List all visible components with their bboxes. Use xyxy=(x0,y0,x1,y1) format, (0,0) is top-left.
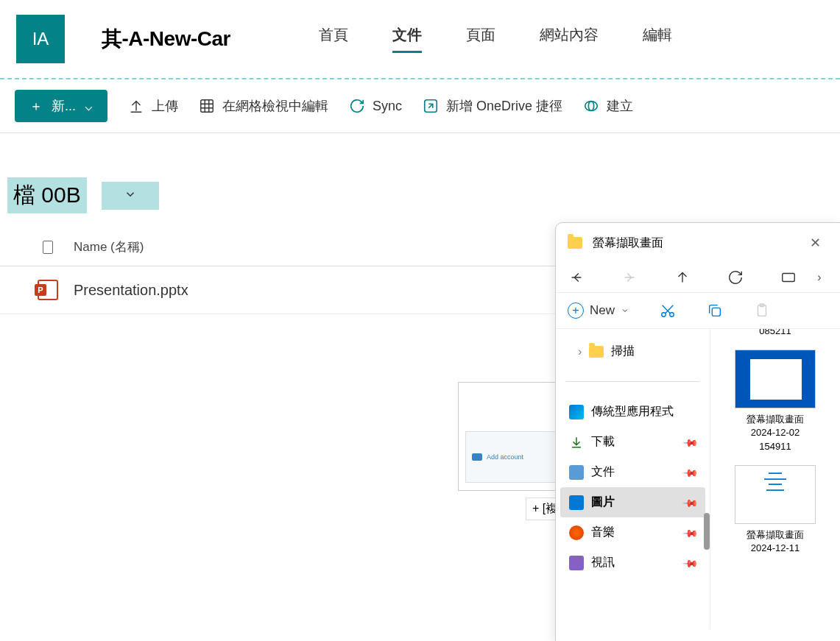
sidebar-item-documents[interactable]: 文件 📌 xyxy=(560,457,705,487)
sidebar-item-downloads[interactable]: 下載 📌 xyxy=(560,427,705,457)
videos-icon xyxy=(569,556,584,570)
thumbnail-label-2: 2024-12-11 xyxy=(718,542,833,555)
music-icon xyxy=(569,525,584,540)
sidebar-item-videos[interactable]: 視訊 📌 xyxy=(560,548,705,578)
nav-tab-documents[interactable]: 文件 xyxy=(392,25,422,53)
cut-button[interactable] xyxy=(659,302,677,319)
svg-rect-4 xyxy=(783,274,795,282)
drag-thumbnail: Add account xyxy=(465,431,561,483)
plus-icon: ＋ xyxy=(29,97,43,115)
forward-button[interactable] xyxy=(621,269,638,286)
chevron-down-icon: ⌵ xyxy=(85,98,93,114)
address-bar-icon[interactable] xyxy=(780,269,797,286)
chevron-down-icon xyxy=(621,306,629,315)
sidebar-item-apps[interactable]: 傳統型應用程式 xyxy=(560,397,705,427)
close-button[interactable]: ✕ xyxy=(802,232,828,254)
onedrive-shortcut-button[interactable]: 新增 OneDrive 捷徑 xyxy=(423,97,562,115)
thumbnail-item[interactable]: 085211 xyxy=(718,329,833,338)
site-title[interactable]: 其-A-New-Car xyxy=(102,25,230,53)
plus-circle-icon: + xyxy=(568,302,584,319)
sidebar-item-scan[interactable]: › 掃描 xyxy=(560,336,705,366)
copilot-icon xyxy=(583,98,599,114)
drag-inner-text: Add account xyxy=(487,453,523,461)
apps-icon xyxy=(569,405,584,419)
sidebar-label: 文件 xyxy=(591,464,615,480)
onedrive-label: 新增 OneDrive 捷徑 xyxy=(446,97,562,115)
pin-icon: 📌 xyxy=(682,464,699,481)
upload-button[interactable]: 上傳 xyxy=(128,97,178,115)
sync-label: Sync xyxy=(373,99,402,114)
sidebar-label: 圖片 xyxy=(591,495,615,510)
nav-tab-site-contents[interactable]: 網站內容 xyxy=(540,25,599,53)
pin-icon: 📌 xyxy=(682,554,699,571)
drag-ghost: Add account xyxy=(458,382,568,491)
nav-tabs: 首頁 文件 頁面 網站內容 編輯 xyxy=(319,25,672,53)
grid-icon xyxy=(199,98,215,114)
explorer-body: › 掃描 傳統型應用程式 下載 📌 文件 📌 xyxy=(556,329,840,629)
create-label: 建立 xyxy=(607,97,633,115)
shortcut-icon xyxy=(423,98,439,114)
library-dropdown[interactable] xyxy=(102,182,159,210)
folder-icon xyxy=(568,237,582,249)
command-bar: ＋ 新... ⌵ 上傳 在網格檢視中編輯 Sync 新增 OneDrive 捷徑… xyxy=(0,79,840,133)
up-button[interactable] xyxy=(674,269,691,286)
thumbnail-item[interactable]: ▬▬▬▬▬▬▬▬▬▬▬▬▬▬▬ 螢幕擷取畫面 2024-12-11 xyxy=(718,465,833,555)
refresh-button[interactable] xyxy=(727,269,744,286)
nav-tab-home[interactable]: 首頁 xyxy=(319,25,348,53)
create-agent-button[interactable]: 建立 xyxy=(583,97,633,115)
edit-grid-button[interactable]: 在網格檢視中編輯 xyxy=(199,97,328,115)
documents-icon xyxy=(569,465,584,480)
powerpoint-icon xyxy=(38,280,58,300)
divider xyxy=(566,381,699,382)
thumbnail-label-1: 螢幕擷取畫面 xyxy=(718,413,833,426)
thumbnail-label-2: 2024-12-02 xyxy=(718,426,833,439)
svg-point-5 xyxy=(662,313,666,317)
file-explorer-window: 螢幕擷取畫面 ✕ › + New xyxy=(555,222,840,641)
copy-button[interactable] xyxy=(706,302,724,319)
explorer-content[interactable]: 085211 螢幕擷取畫面 2024-12-02 154911 ▬▬▬▬▬▬▬▬… xyxy=(710,329,840,629)
upload-label: 上傳 xyxy=(152,97,178,115)
edit-grid-label: 在網格檢視中編輯 xyxy=(222,97,328,115)
thumbnail-label-3: 154911 xyxy=(718,440,833,453)
thumbnail-item[interactable]: 螢幕擷取畫面 2024-12-02 154911 xyxy=(718,350,833,453)
pin-icon: 📌 xyxy=(682,494,699,511)
sidebar-label: 傳統型應用程式 xyxy=(591,404,674,419)
col-type-icon[interactable] xyxy=(22,241,74,254)
sidebar-item-pictures[interactable]: 圖片 📌 xyxy=(560,487,705,517)
pin-icon: 📌 xyxy=(682,524,699,541)
thumbnail-image: ▬▬▬▬▬▬▬▬▬▬▬▬▬▬▬ xyxy=(735,465,816,524)
sidebar-item-music[interactable]: 音樂 📌 xyxy=(560,517,705,548)
thumbnail-image xyxy=(735,350,816,408)
svg-rect-7 xyxy=(712,308,720,316)
sync-button[interactable]: Sync xyxy=(349,98,402,114)
scrollbar[interactable] xyxy=(704,513,710,550)
nav-tab-pages[interactable]: 頁面 xyxy=(466,25,495,53)
explorer-toolbar: + New xyxy=(556,293,840,329)
upload-icon xyxy=(128,98,144,114)
paste-button[interactable] xyxy=(753,302,771,319)
chevron-down-icon xyxy=(124,188,137,201)
explorer-title: 螢幕擷取畫面 xyxy=(593,235,792,251)
svg-point-2 xyxy=(585,102,598,111)
chevron-right-icon[interactable]: › xyxy=(811,269,828,286)
library-title-row: 檔 00B xyxy=(0,133,840,228)
sidebar-label: 下載 xyxy=(591,434,615,450)
file-type-icon xyxy=(43,241,53,254)
sidebar-label: 掃描 xyxy=(611,344,635,359)
new-button[interactable]: ＋ 新... ⌵ xyxy=(15,90,107,122)
library-title[interactable]: 檔 00B xyxy=(7,177,87,213)
explorer-new-button[interactable]: + New xyxy=(568,302,629,319)
sidebar-label: 視訊 xyxy=(591,555,615,570)
file-icon-cell xyxy=(22,280,74,300)
site-logo[interactable]: IA xyxy=(16,15,65,63)
svg-point-3 xyxy=(588,102,593,111)
back-button[interactable] xyxy=(568,269,585,286)
chevron-right-icon: › xyxy=(578,345,582,358)
new-button-label: 新... xyxy=(52,97,76,115)
site-header: IA 其-A-New-Car 首頁 文件 頁面 網站內容 編輯 xyxy=(0,0,840,78)
explorer-nav: › xyxy=(556,263,840,293)
nav-tab-edit[interactable]: 編輯 xyxy=(643,25,672,53)
pictures-icon xyxy=(569,495,584,510)
explorer-titlebar[interactable]: 螢幕擷取畫面 ✕ xyxy=(556,223,840,263)
pin-icon: 📌 xyxy=(682,433,699,450)
